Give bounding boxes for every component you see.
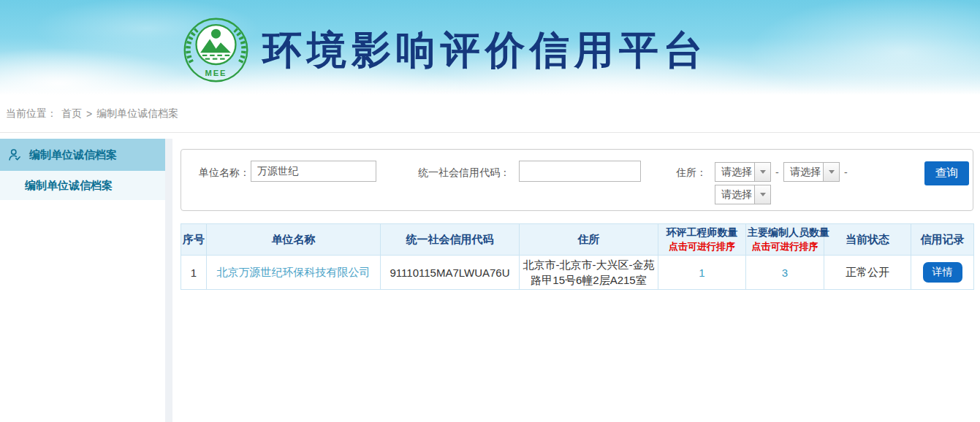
select-value: 请选择 [784,166,823,179]
unit-name-label: 单位名称： [199,166,250,180]
query-button[interactable]: 查询 [924,161,969,185]
credit-code-label: 统一社会信用代码： [418,166,510,180]
search-panel: 单位名称： 统一社会信用代码： 住所： 请选择 - 请选择 - 请选择 查询 [181,149,973,211]
sort-hint: 点击可进行排序 [748,240,822,253]
address-dash-1: - [775,166,779,178]
status-cell: 正常公开 [824,256,911,290]
sort-hint: 点击可进行排序 [660,240,744,253]
col-header-credit-record: 信用记录 [911,224,974,256]
credit-code-cell: 91110115MA7LWUA76U [381,256,520,290]
sidebar-subitem-unit-credit-archive[interactable]: 编制单位诚信档案 [0,171,165,200]
address-cell: 北京市-北京市-大兴区-金苑路甲15号6幢2层A215室 [520,256,658,290]
chevron-down-icon [823,163,839,181]
address-label: 住所： [676,166,707,180]
mee-logo-icon: MEE [181,16,251,84]
unit-name-link[interactable]: 北京万源世纪环保科技有限公司 [217,266,371,278]
main-content: 单位名称： 统一社会信用代码： 住所： 请选择 - 请选择 - 请选择 查询 [172,133,980,422]
breadcrumb-separator: > [86,108,92,120]
credit-code-input[interactable] [519,161,641,182]
address-district-select[interactable]: 请选择 [715,185,771,204]
select-value: 请选择 [715,188,754,202]
col-header-address: 住所 [520,224,658,256]
sidebar-subitem-label: 编制单位诚信档案 [25,179,113,193]
address-dash-2: - [844,166,848,178]
sidebar: 编制单位诚信档案 编制单位诚信档案 [0,133,165,422]
row-index: 1 [181,256,207,290]
staff-count-link[interactable]: 3 [782,266,788,279]
sidebar-divider [165,139,172,422]
page-title: 环境影响评价信用平台 [262,16,708,84]
svg-text:MEE: MEE [205,69,227,77]
site-header: MEE 环境影响评价信用平台 [0,0,980,95]
table-row: 1 北京万源世纪环保科技有限公司 91110115MA7LWUA76U 北京市-… [181,256,974,290]
sidebar-item-unit-credit-archive[interactable]: 编制单位诚信档案 [0,139,165,171]
col-header-engineer-count-sort[interactable]: 环评工程师数量 点击可进行排序 [658,224,746,256]
col-header-label: 环评工程师数量 [666,226,738,238]
breadcrumb: 当前位置： 首页 > 编制单位诚信档案 [0,95,980,133]
table-header-row: 序号 单位名称 统一社会信用代码 住所 环评工程师数量 点击可进行排序 主要编制… [181,224,974,256]
col-header-status: 当前状态 [824,224,911,256]
breadcrumb-home-link[interactable]: 首页 [61,107,82,120]
address-province-select[interactable]: 请选择 [715,162,771,182]
col-header-credit-code: 统一社会信用代码 [381,224,520,256]
col-header-index: 序号 [181,224,207,256]
breadcrumb-current: 编制单位诚信档案 [96,107,178,120]
col-header-unit-name: 单位名称 [207,224,381,256]
sidebar-item-label: 编制单位诚信档案 [29,148,117,162]
chevron-down-icon [754,185,770,204]
results-table: 序号 单位名称 统一社会信用代码 住所 环评工程师数量 点击可进行排序 主要编制… [181,223,974,290]
address-city-select[interactable]: 请选择 [783,162,840,182]
select-value: 请选择 [715,166,754,179]
breadcrumb-prefix: 当前位置： [6,107,57,120]
col-header-staff-count-sort[interactable]: 主要编制人员数量 点击可进行排序 [746,224,824,256]
unit-name-input[interactable] [251,161,376,182]
col-header-label: 主要编制人员数量 [748,226,829,238]
engineer-count-link[interactable]: 1 [699,266,704,279]
chevron-down-icon [754,163,770,181]
detail-button[interactable]: 详情 [923,262,962,283]
person-check-icon [7,147,23,163]
